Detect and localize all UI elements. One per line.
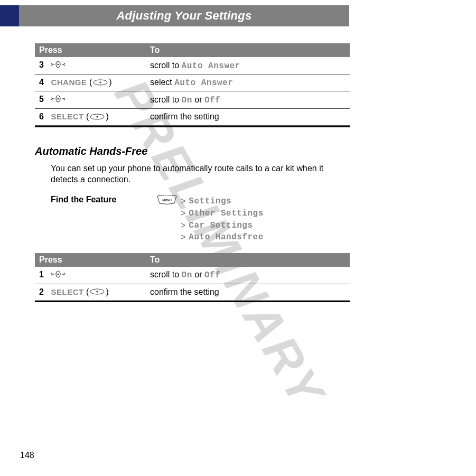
to-text: select: [150, 78, 174, 87]
to-text: scroll to: [150, 95, 182, 104]
paren-close: ): [109, 78, 111, 87]
paren-open: (: [84, 112, 89, 121]
softkey-label: SELECT: [51, 112, 83, 121]
nav-icon: [51, 95, 66, 105]
col-header-to: To: [146, 253, 350, 267]
softkey-icon: [90, 113, 105, 122]
path-separator: >: [181, 208, 185, 219]
softkey-icon: [90, 287, 105, 297]
menu-path-item: Auto Handsfree: [189, 231, 263, 243]
find-feature-label: Find the Feature: [51, 195, 156, 204]
menu-path-item: Settings: [189, 195, 231, 207]
svg-point-11: [97, 291, 98, 293]
paren-open: (: [87, 78, 92, 87]
header-accent: [0, 5, 19, 26]
softkey-label: SELECT: [51, 287, 83, 296]
to-text: or: [192, 95, 204, 104]
lcd-text: Auto Answer: [182, 61, 240, 71]
menu-key-label: MENU: [162, 199, 172, 202]
softkey-label: CHANGE: [51, 78, 87, 87]
menu-path: MENU > Settings > Other Settings > Car S…: [156, 195, 264, 244]
to-text: scroll to: [150, 270, 182, 279]
lcd-text: Auto Answer: [174, 78, 233, 88]
table-row: 5: [35, 91, 350, 109]
table-row: 3: [35, 57, 350, 74]
to-text: confirm the setting: [150, 287, 219, 296]
table-row: 4 CHANGE ( ) select Auto Answer: [35, 74, 350, 91]
col-header-press: Press: [35, 43, 146, 57]
svg-point-9: [58, 273, 59, 275]
table-row: 1: [35, 267, 350, 284]
paren-close: ): [106, 112, 108, 121]
to-text: confirm the setting: [150, 112, 219, 121]
nav-icon: [51, 60, 66, 71]
softkey-icon: [93, 78, 108, 88]
lcd-text: On: [182, 96, 192, 105]
paren-close: ): [106, 287, 108, 296]
paren-open: (: [84, 287, 89, 296]
step-number: 3: [39, 60, 49, 70]
lcd-text: Off: [204, 96, 220, 105]
lcd-text: Off: [204, 270, 220, 280]
col-header-press: Press: [35, 253, 146, 267]
table-end-rule: [35, 125, 350, 127]
to-text: scroll to: [150, 61, 182, 70]
nav-icon: [51, 270, 66, 281]
step-number: 2: [39, 287, 49, 297]
section-heading: Automatic Hands-Free: [35, 145, 350, 157]
table-row: 6 SELECT ( ) confirm the setting: [35, 109, 350, 125]
page-number: 148: [20, 451, 34, 460]
menu-path-item: Car Settings: [189, 220, 253, 231]
path-separator: >: [181, 220, 185, 231]
step-number: 4: [39, 78, 49, 87]
path-separator: >: [181, 231, 185, 243]
lcd-text: On: [182, 270, 192, 280]
col-header-to: To: [146, 43, 350, 57]
find-the-feature: Find the Feature MENU > Settings > Other…: [51, 195, 350, 244]
path-separator: >: [181, 195, 185, 207]
content-area: Press To 3: [35, 43, 350, 302]
menu-key-icon: MENU: [156, 195, 178, 208]
press-to-table-1: Press To 3: [35, 43, 350, 125]
page: Adjusting Your Settings PRELIMINARY Pres…: [0, 0, 476, 476]
chapter-header: Adjusting Your Settings: [0, 5, 349, 26]
step-number: 5: [39, 95, 49, 104]
chapter-title: Adjusting Your Settings: [19, 9, 349, 23]
svg-point-1: [58, 64, 59, 66]
menu-path-item: Other Settings: [189, 208, 263, 219]
table-row: 2 SELECT ( ) confirm the setting: [35, 284, 350, 300]
table-end-rule: [35, 300, 350, 302]
svg-point-3: [100, 81, 101, 83]
step-number: 1: [39, 270, 49, 279]
svg-point-7: [97, 116, 98, 117]
svg-point-5: [58, 98, 59, 100]
press-to-table-2: Press To 1: [35, 253, 350, 301]
body-text: You can set up your phone to automatical…: [51, 163, 350, 185]
to-text: or: [192, 270, 204, 279]
step-number: 6: [39, 112, 49, 122]
